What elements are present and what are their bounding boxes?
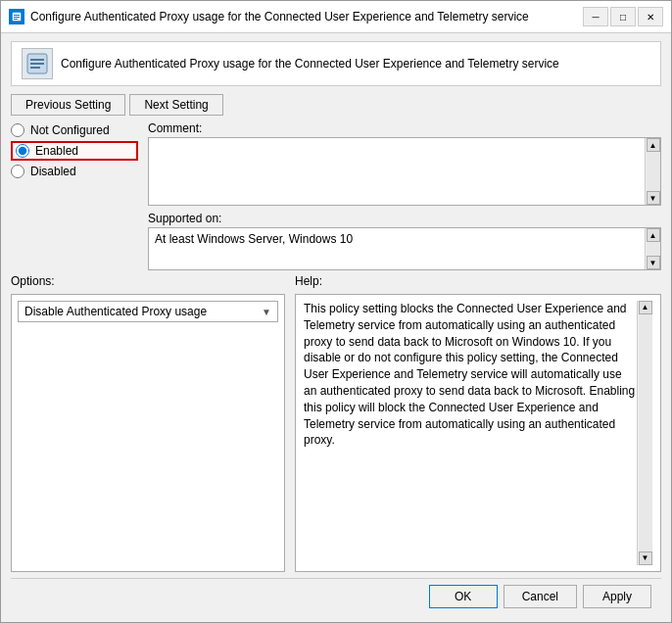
- section-labels-row: Options: Help:: [11, 274, 661, 290]
- title-bar: Configure Authenticated Proxy usage for …: [1, 1, 671, 33]
- main-area: Not Configured Enabled Disabled Comment:: [11, 121, 661, 572]
- svg-rect-3: [14, 19, 18, 20]
- supported-box: At least Windows Server, Windows 10 ▲ ▼: [148, 227, 661, 270]
- main-window: Configure Authenticated Proxy usage for …: [0, 0, 672, 623]
- disabled-option[interactable]: Disabled: [11, 165, 138, 178]
- proxy-dropdown[interactable]: Disable Authenticated Proxy usage ▼: [18, 301, 278, 322]
- svg-rect-1: [14, 15, 20, 16]
- not-configured-label: Not Configured: [30, 123, 110, 137]
- enabled-label: Enabled: [35, 144, 78, 158]
- scroll-track: [647, 152, 660, 191]
- svg-rect-6: [30, 63, 44, 65]
- supported-value: At least Windows Server, Windows 10: [149, 228, 645, 269]
- options-panel: Disable Authenticated Proxy usage ▼: [11, 294, 285, 572]
- nav-buttons: Previous Setting Next Setting: [11, 94, 661, 116]
- help-text: This policy setting blocks the Connected…: [304, 301, 637, 565]
- comment-box: ▲ ▼: [148, 137, 661, 206]
- cancel-button[interactable]: Cancel: [504, 585, 577, 608]
- policy-icon: [22, 48, 53, 79]
- dialog-content: Configure Authenticated Proxy usage for …: [1, 33, 671, 622]
- header-bar: Configure Authenticated Proxy usage for …: [11, 41, 661, 86]
- minimize-button[interactable]: ─: [583, 7, 608, 26]
- svg-rect-2: [14, 17, 20, 18]
- header-title: Configure Authenticated Proxy usage for …: [61, 57, 559, 71]
- help-scrollbar[interactable]: ▲ ▼: [637, 301, 652, 565]
- help-panel: This policy setting blocks the Connected…: [295, 294, 661, 572]
- not-configured-radio[interactable]: [11, 123, 24, 137]
- radio-group: Not Configured Enabled Disabled: [11, 121, 138, 270]
- maximize-button[interactable]: □: [610, 7, 636, 26]
- dropdown-arrow-icon: ▼: [262, 307, 271, 317]
- right-section: Comment: ▲ ▼ Supported on:: [148, 121, 661, 270]
- ok-button[interactable]: OK: [429, 585, 498, 608]
- scroll-up-btn[interactable]: ▲: [647, 138, 660, 152]
- disabled-radio[interactable]: [11, 165, 24, 178]
- options-label: Options:: [11, 274, 285, 288]
- supported-scroll-down[interactable]: ▼: [647, 256, 660, 269]
- comment-scrollbar[interactable]: ▲ ▼: [645, 138, 660, 205]
- help-box: This policy setting blocks the Connected…: [295, 294, 661, 572]
- supported-scrollbar[interactable]: ▲ ▼: [645, 228, 660, 269]
- apply-button[interactable]: Apply: [583, 585, 651, 608]
- enabled-radio[interactable]: [16, 144, 29, 158]
- supported-label: Supported on:: [148, 212, 661, 225]
- help-scroll-up[interactable]: ▲: [639, 301, 652, 314]
- not-configured-option[interactable]: Not Configured: [11, 123, 138, 137]
- supported-scroll-up[interactable]: ▲: [647, 228, 660, 242]
- supported-field-group: Supported on: At least Windows Server, W…: [148, 212, 661, 270]
- comment-label: Comment:: [148, 121, 661, 135]
- supported-scroll-track: [647, 242, 660, 256]
- window-title: Configure Authenticated Proxy usage for …: [30, 10, 577, 24]
- disabled-label: Disabled: [30, 165, 76, 178]
- svg-rect-5: [30, 59, 44, 61]
- previous-setting-button[interactable]: Previous Setting: [11, 94, 125, 116]
- options-inner: Disable Authenticated Proxy usage ▼: [11, 294, 285, 572]
- help-label: Help:: [295, 274, 661, 288]
- svg-rect-7: [30, 67, 40, 69]
- dropdown-value: Disable Authenticated Proxy usage: [24, 305, 258, 318]
- enabled-option[interactable]: Enabled: [11, 141, 138, 161]
- next-setting-button[interactable]: Next Setting: [129, 94, 222, 116]
- comment-input[interactable]: [149, 138, 645, 205]
- comment-field-group: Comment: ▲ ▼: [148, 121, 661, 206]
- top-section: Not Configured Enabled Disabled Comment:: [11, 121, 661, 270]
- help-scroll-down[interactable]: ▼: [639, 551, 652, 565]
- bottom-bar: OK Cancel Apply: [11, 578, 661, 614]
- window-icon: [9, 9, 24, 24]
- bottom-section: Disable Authenticated Proxy usage ▼ This…: [11, 294, 661, 572]
- close-button[interactable]: ✕: [638, 7, 663, 26]
- window-controls: ─ □ ✕: [583, 7, 663, 26]
- scroll-down-btn[interactable]: ▼: [647, 191, 660, 205]
- help-scroll-track: [639, 314, 652, 551]
